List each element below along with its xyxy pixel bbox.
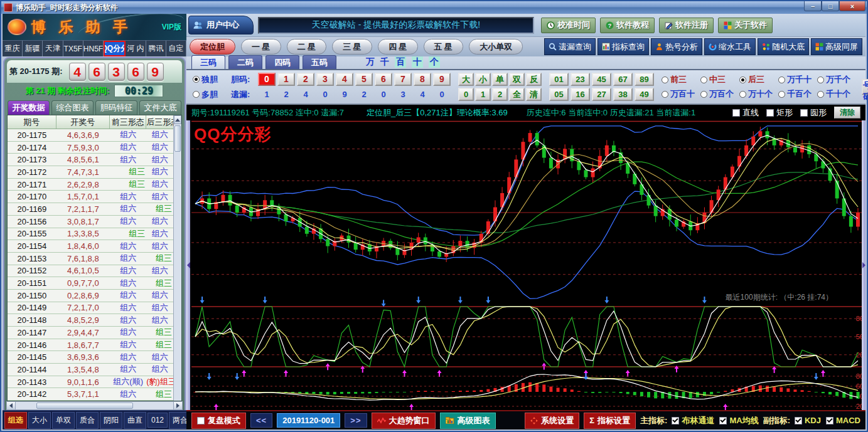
digit-key-7[interactable]: 7 [394, 73, 412, 86]
filter-tab-3[interactable]: 质合 [76, 412, 99, 429]
table-row[interactable]: 20-11472,9,4,4,7组六组三 [8, 327, 173, 339]
region-tab-0[interactable]: 重庆 [3, 41, 23, 56]
quick-key2-2[interactable]: 2 [492, 88, 508, 101]
pair-key-67[interactable]: 67 [613, 73, 633, 86]
column-header-0[interactable]: 期号 [8, 115, 56, 129]
user-center-button[interactable]: 用户中心 [188, 16, 254, 34]
pair-key-01[interactable]: 01 [549, 73, 569, 86]
vertical-scrollbar[interactable] [173, 115, 181, 401]
table-row[interactable]: 20-11497,2,1,7,0组六组六 [8, 302, 173, 315]
quick-key-单[interactable]: 单 [492, 73, 508, 86]
region-tab-8[interactable]: 自定 [166, 41, 186, 56]
chart-canvas[interactable]: 80502080604020 [190, 120, 865, 410]
region-tab-5[interactable]: QQ分分 [104, 41, 126, 56]
sub-ind-KDJ[interactable]: KDJ [795, 416, 821, 425]
multi-radio[interactable]: 多胆 [193, 89, 229, 100]
play-mode-5[interactable]: 五 星 [424, 39, 464, 55]
table-row[interactable]: 20-11425,3,7,1,1组六组三 [8, 388, 173, 401]
play-mode-2[interactable]: 二 星 [287, 39, 327, 55]
column-header-1[interactable]: 开奖号 [56, 115, 110, 129]
position-digit-1[interactable]: 千 [380, 56, 389, 68]
table-row[interactable]: 20-11701,5,7,0,1组六组六 [8, 191, 173, 203]
sidebar-tab-3[interactable]: 文件大底 [139, 100, 181, 115]
digit-key-2[interactable]: 2 [297, 73, 314, 86]
table-row[interactable]: 20-11734,8,5,6,1组六组六 [8, 154, 173, 166]
top-button-0[interactable]: 校准时间 [541, 18, 596, 33]
table-row[interactable]: 20-11754,6,3,6,9组六组六 [8, 129, 173, 142]
position-digit-0[interactable]: 万 [366, 56, 375, 68]
quick-key2-4[interactable]: 清 [526, 88, 542, 101]
scroll-right-icon[interactable] [173, 402, 182, 409]
digit-key-6[interactable]: 6 [375, 73, 392, 86]
column-header-2[interactable]: 前三形态 [110, 115, 146, 129]
top-button-1[interactable]: ?软件教程 [600, 18, 655, 33]
pos-radio-后三[interactable]: 后三 [739, 74, 773, 85]
quick-key2-0[interactable]: 0 [458, 88, 474, 101]
pair-key-45[interactable]: 45 [592, 73, 611, 86]
next-issue-button[interactable]: >> [345, 413, 367, 428]
draw-tool-1[interactable]: 矩形 [766, 107, 793, 119]
horizontal-scrollbar[interactable] [6, 401, 183, 410]
digit-key-5[interactable]: 5 [355, 73, 373, 86]
pos-radio-前三[interactable]: 前三 [662, 74, 695, 85]
pair-key-89[interactable]: 89 [635, 73, 654, 86]
table-row[interactable]: 20-11747,5,9,3,0组六组六 [8, 142, 173, 154]
pos-radio-万千十[interactable]: 万千十 [778, 74, 812, 85]
play-mode-6[interactable]: 大小单双 [469, 39, 523, 55]
advanced-chart-button[interactable]: 高级图表 [440, 413, 496, 429]
table-row[interactable]: 20-11697,2,1,1,7组六组三 [8, 203, 173, 216]
play-mode-4[interactable]: 四 星 [378, 39, 418, 55]
table-row[interactable]: 20-11537,6,1,8,8组六组三 [8, 253, 173, 265]
solo-radio[interactable]: 独胆 [193, 74, 229, 85]
pair-key-05[interactable]: 05 [549, 88, 569, 101]
top-button-3[interactable]: 关于软件 [718, 18, 773, 33]
indicator-checkbox[interactable] [672, 417, 679, 424]
query-button-0[interactable]: 遗漏查询 [544, 38, 596, 55]
top-button-2[interactable]: 软件注册 [659, 18, 714, 33]
sidebar-tab-1[interactable]: 综合图表 [51, 100, 94, 115]
indicator-settings-button[interactable]: Σ 指标设置 [584, 413, 636, 429]
quick-key2-3[interactable]: 全 [509, 88, 525, 101]
draw-checkbox[interactable] [732, 109, 740, 117]
ad-banner[interactable]: 天空破解站 - 提供最好的彩票破解软件下载! [258, 17, 534, 34]
table-row[interactable]: 20-11441,3,5,4,8组六组六 [8, 364, 173, 376]
digit-key-1[interactable]: 1 [277, 73, 295, 86]
table-row[interactable]: 20-11563,0,8,1,7组六组六 [8, 216, 173, 228]
pos-radio-千十个[interactable]: 千十个 [817, 88, 850, 100]
position-digit-2[interactable]: 百 [395, 56, 406, 68]
code-tab-0[interactable]: 三码 [191, 55, 225, 69]
pane-splitter-left[interactable] [186, 120, 190, 410]
region-tab-6[interactable]: 河 内 [126, 41, 146, 56]
digit-key-4[interactable]: 4 [336, 73, 353, 86]
position-digit-3[interactable]: 十 [412, 56, 423, 68]
table-row[interactable]: 20-11500,2,8,6,9组六组六 [8, 290, 173, 302]
digit-key-9[interactable]: 9 [433, 73, 451, 86]
pair-key-23[interactable]: 23 [571, 73, 590, 86]
prev-issue-button[interactable]: << [250, 413, 272, 428]
digit-key-0[interactable]: 0 [258, 73, 276, 86]
table-row[interactable]: 20-11727,4,7,3,1组三组六 [8, 166, 173, 179]
collapse-right-icon[interactable] [862, 262, 865, 268]
draw-checkbox[interactable] [766, 109, 774, 117]
scroll-up-icon[interactable] [174, 115, 181, 124]
position-digit-4[interactable]: 个 [429, 56, 440, 68]
scroll-left-icon[interactable] [7, 402, 16, 409]
filter-tab-5[interactable]: 曲直 [124, 412, 146, 429]
pos-radio-万百十[interactable]: 万百十 [662, 88, 695, 100]
code-tab-3[interactable]: 五码 [303, 55, 336, 69]
quick-key-小[interactable]: 小 [475, 73, 491, 86]
region-tab-2[interactable]: 天津 [43, 41, 63, 56]
sub-ind-MACD[interactable]: MACD [826, 416, 860, 425]
pos-radio-万百个[interactable]: 万百个 [700, 88, 734, 100]
query-button-1[interactable]: 指标查询 [597, 38, 649, 55]
filter-tab-1[interactable]: 大小 [28, 412, 51, 429]
table-row[interactable]: 20-11484,8,5,2,9组六组六 [8, 314, 173, 327]
query-button-3[interactable]: 缩水工具 [704, 38, 756, 55]
query-button-4[interactable]: 随机大底 [758, 38, 809, 55]
code-tab-2[interactable]: 四码 [265, 55, 299, 69]
indicator-checkbox[interactable] [795, 417, 802, 424]
pair-key-38[interactable]: 38 [613, 88, 633, 101]
trend-window-button[interactable]: 大趋势窗口 [372, 413, 436, 429]
quick-key-双[interactable]: 双 [509, 73, 525, 86]
system-settings-button[interactable]: 系统设置 [525, 413, 579, 429]
